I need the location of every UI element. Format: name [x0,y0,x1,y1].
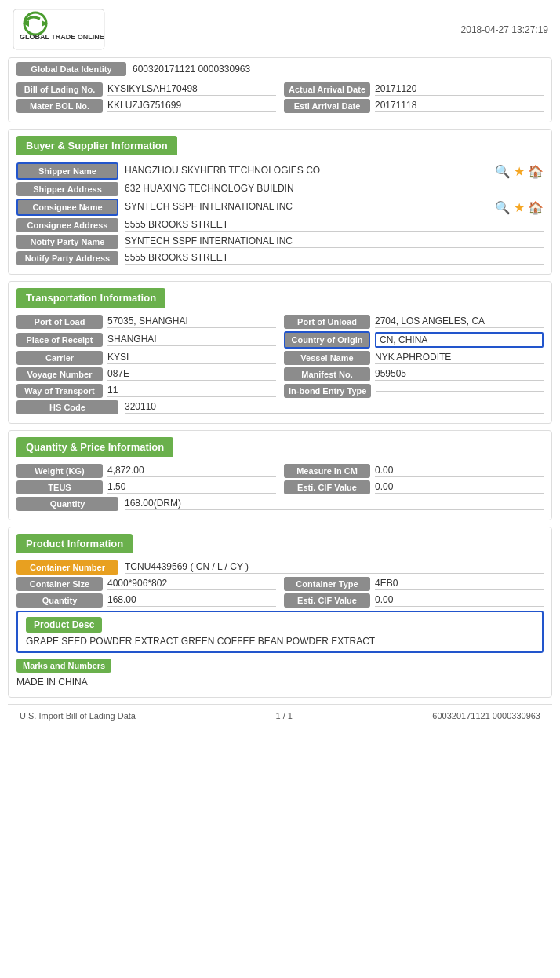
global-data-identity-row: Global Data Identity 600320171121 000033… [9,58,551,80]
container-type-field: Container Type 4EB0 [284,577,544,591]
svg-text:GLOBAL TRADE ONLINE LIMITED: GLOBAL TRADE ONLINE LIMITED [20,33,106,41]
container-size-field: Container Size 4000*906*802 [16,577,276,591]
timestamp: 2018-04-27 13:27:19 [461,24,548,35]
teus-label: TEUS [16,480,103,494]
page-footer: U.S. Import Bill of Lading Data 1 / 1 60… [8,704,552,727]
country-of-origin-value: CN, CHINA [375,332,544,348]
manifest-no-field: Manifest No. 959505 [284,367,544,381]
teus-field: TEUS 1.50 [16,480,276,494]
bol-label: Bill of Lading No. [16,82,103,97]
container-number-label: Container Number [16,560,118,575]
actual-arrival-label: Actual Arrival Date [284,82,370,97]
footer-right: 600320171121 0000330963 [432,711,540,721]
page-header: GLOBAL TRADE ONLINE LIMITED 2018-04-27 1… [0,0,560,57]
manifest-no-label: Manifest No. [284,367,370,381]
product-qty-cif-row: Quantity 168.00 Esti. CIF Value 0.00 [16,593,544,608]
transportation-header: Transportation Information [16,288,165,308]
product-esti-cif-value: 0.00 [375,594,544,607]
global-data-identity-label: Global Data Identity [16,62,126,76]
mater-bol-field: Mater BOL No. KKLUZJG751699 [16,99,276,113]
top-info-card: Global Data Identity 600320171121 000033… [8,57,552,122]
marks-numbers-section: Marks and Numbers MADE IN CHINA [9,656,551,688]
product-esti-cif-field: Esti. CIF Value 0.00 [284,593,544,608]
notify-party-name-label: Notify Party Name [16,235,118,249]
weight-value: 4,872.00 [107,465,276,477]
way-of-transport-label: Way of Transport [16,384,103,398]
product-desc-box: Product Desc GRAPE SEED POWDER EXTRACT G… [16,611,544,653]
country-of-origin-field: Country of Origin CN, CHINA [284,331,544,349]
hs-code-value: 320110 [125,401,544,414]
esti-cif-value: 0.00 [375,481,544,494]
product-quantity-field: Quantity 168.00 [16,593,276,608]
container-number-row: Container Number TCNU4439569 ( CN / L / … [16,560,544,575]
way-of-transport-field: Way of Transport 11 [16,384,276,398]
container-type-label: Container Type [284,577,370,591]
carrier-vessel-row: Carrier KYSI Vessel Name NYK APHRODITE [16,351,544,365]
product-esti-cif-label: Esti. CIF Value [284,593,370,608]
product-quantity-label: Quantity [16,593,103,608]
vessel-name-label: Vessel Name [284,351,370,365]
measure-cm-field: Measure in CM 0.00 [284,464,544,478]
measure-cm-value: 0.00 [375,465,544,477]
teus-cif-row: TEUS 1.50 Esti. CIF Value 0.00 [16,480,544,494]
marks-numbers-label: Marks and Numbers [16,659,111,673]
transport-inbond-row: Way of Transport 11 In-bond Entry Type [16,384,544,398]
hs-code-row: HS Code 320110 [16,400,544,414]
ports-row: Port of Load 57035, SHANGHAI Port of Unl… [16,315,544,329]
quantity-row: Quantity 168.00(DRM) [16,497,544,511]
shipper-search-icon[interactable]: 🔍 [495,164,511,179]
notify-party-address-label: Notify Party Address [16,251,118,265]
product-desc-value: GRAPE SEED POWDER EXTRACT GREEN COFFEE B… [26,636,534,647]
quantity-value: 168.00(DRM) [125,498,544,510]
mater-bol-label: Mater BOL No. [16,99,103,113]
country-of-origin-label: Country of Origin [284,331,370,349]
shipper-home-icon[interactable]: 🏠 [528,164,544,179]
in-bond-entry-value [376,390,544,392]
port-of-unload-field: Port of Unload 2704, LOS ANGELES, CA [284,315,544,329]
shipper-address-label: Shipper Address [16,182,118,196]
voyage-number-value: 087E [107,368,276,381]
mater-bol-value: KKLUZJG751699 [107,100,276,112]
shipper-address-value: 632 HUAXING TECHNOLOGY BUILDIN [125,183,544,195]
vessel-name-field: Vessel Name NYK APHRODITE [284,351,544,365]
notify-party-address-value: 5555 BROOKS STREET [125,252,544,265]
container-number-value: TCNU4439569 ( CN / L / CY ) [125,561,544,574]
weight-measure-row: Weight (KG) 4,872.00 Measure in CM 0.00 [16,464,544,478]
esti-arrival-field: Esti Arrival Date 20171118 [284,99,544,113]
esti-arrival-label: Esti Arrival Date [284,99,370,113]
place-of-receipt-value: SHANGHAI [107,334,276,346]
shipper-address-row: Shipper Address 632 HUAXING TECHNOLOGY B… [16,182,544,196]
hs-code-label: HS Code [16,400,118,414]
consignee-name-row: Consignee Name SYNTECH SSPF INTERNATIONA… [16,199,544,216]
consignee-address-row: Consignee Address 5555 BROOKS STREET [16,218,544,232]
shipper-star-icon[interactable]: ★ [514,164,525,179]
weight-field: Weight (KG) 4,872.00 [16,464,276,478]
shipper-action-icons: 🔍 ★ 🏠 [495,164,544,179]
quantity-label: Quantity [16,497,118,511]
in-bond-entry-field: In-bond Entry Type [284,384,544,398]
weight-label: Weight (KG) [16,464,103,478]
measure-cm-label: Measure in CM [284,464,370,478]
notify-party-address-row: Notify Party Address 5555 BROOKS STREET [16,251,544,265]
quantity-price-header: Quantity & Price Information [16,437,173,457]
voyage-number-field: Voyage Number 087E [16,367,276,381]
global-data-identity-value: 600320171121 0000330963 [133,64,250,75]
consignee-star-icon[interactable]: ★ [514,200,525,215]
footer-left: U.S. Import Bill of Lading Data [20,711,136,721]
container-size-value: 4000*906*802 [107,578,276,590]
shipper-name-row: Shipper Name HANGZHOU SKYHERB TECHNOLOGI… [16,162,544,180]
footer-center: 1 / 1 [275,711,292,721]
actual-arrival-field: Actual Arrival Date 20171120 [284,82,544,97]
consignee-search-icon[interactable]: 🔍 [495,200,511,215]
esti-cif-label: Esti. CIF Value [284,480,370,494]
bol-field: Bill of Lading No. KYSIKYLSAH170498 [16,82,276,97]
buyer-supplier-card: Buyer & Supplier Information Shipper Nam… [8,129,552,275]
consignee-home-icon[interactable]: 🏠 [528,200,544,215]
product-quantity-value: 168.00 [107,594,276,607]
quantity-price-card: Quantity & Price Information Weight (KG)… [8,430,552,520]
container-size-type-row: Container Size 4000*906*802 Container Ty… [16,577,544,591]
place-of-receipt-field: Place of Receipt SHANGHAI [16,331,276,349]
port-of-load-label: Port of Load [16,315,103,329]
mater-bol-row: Mater BOL No. KKLUZJG751699 Esti Arrival… [16,99,544,113]
container-size-label: Container Size [16,577,103,591]
